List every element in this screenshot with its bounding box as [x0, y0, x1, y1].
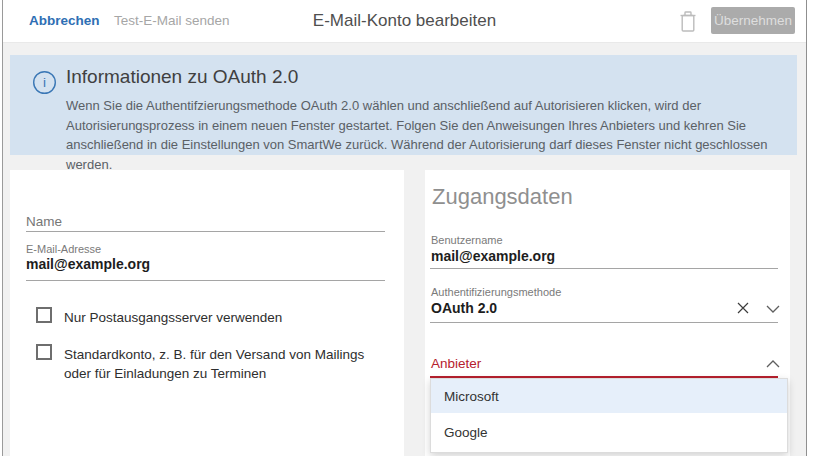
- checkbox-outgoing-server-label[interactable]: Nur Postausgangsserver verwenden: [64, 308, 364, 327]
- toolbar: Abbrechen Test-E-Mail senden E-Mail-Kont…: [3, 0, 806, 43]
- name-field-label: Name: [26, 214, 62, 229]
- username-input[interactable]: mail@example.org: [431, 248, 555, 264]
- username-input-underline: [430, 268, 778, 269]
- auth-method-field-label: Authentifizierungsmethode: [431, 286, 561, 298]
- email-input[interactable]: mail@example.org: [26, 256, 150, 272]
- checkbox-default-account[interactable]: [36, 344, 52, 360]
- provider-option-google[interactable]: Google: [431, 413, 787, 452]
- provider-dropdown: Microsoft Google: [430, 378, 788, 453]
- send-test-email-button[interactable]: Test-E-Mail senden: [114, 13, 230, 28]
- chevron-down-icon[interactable]: [766, 305, 780, 313]
- credentials-section-title: Zugangsdaten: [432, 184, 573, 210]
- username-field-label: Benutzername: [431, 234, 503, 246]
- page-title: E-Mail-Konto bearbeiten: [313, 11, 496, 31]
- auth-method-underline: [430, 322, 778, 323]
- info-box-body: Wenn Sie die Authentifzierungsmethode OA…: [66, 96, 792, 174]
- checkbox-default-account-label[interactable]: Standardkonto, z. B. für den Versand von…: [64, 345, 386, 383]
- oauth-info-box: i Informationen zu OAuth 2.0 Wenn Sie di…: [10, 55, 797, 155]
- edit-email-account-dialog: Abbrechen Test-E-Mail senden E-Mail-Kont…: [2, 0, 807, 456]
- name-input[interactable]: [26, 231, 385, 232]
- page-gutter: [808, 0, 818, 456]
- svg-text:i: i: [43, 75, 46, 90]
- checkbox-outgoing-server-only[interactable]: [36, 307, 52, 323]
- chevron-up-icon[interactable]: [766, 360, 780, 368]
- email-input-underline: [26, 280, 385, 281]
- trash-icon[interactable]: [677, 9, 699, 34]
- info-box-title: Informationen zu OAuth 2.0: [66, 66, 298, 88]
- provider-field-label: Anbieter: [431, 356, 481, 371]
- account-settings-panel: Name E-Mail-Adresse mail@example.org Nur…: [10, 170, 404, 456]
- provider-option-microsoft[interactable]: Microsoft: [431, 379, 787, 413]
- info-icon: i: [32, 70, 57, 99]
- apply-button[interactable]: Übernehmen: [711, 7, 795, 34]
- cancel-button[interactable]: Abbrechen: [29, 13, 100, 28]
- email-field-label: E-Mail-Adresse: [26, 243, 101, 255]
- x-clear-icon[interactable]: [737, 302, 749, 314]
- auth-method-select[interactable]: OAuth 2.0: [431, 300, 497, 316]
